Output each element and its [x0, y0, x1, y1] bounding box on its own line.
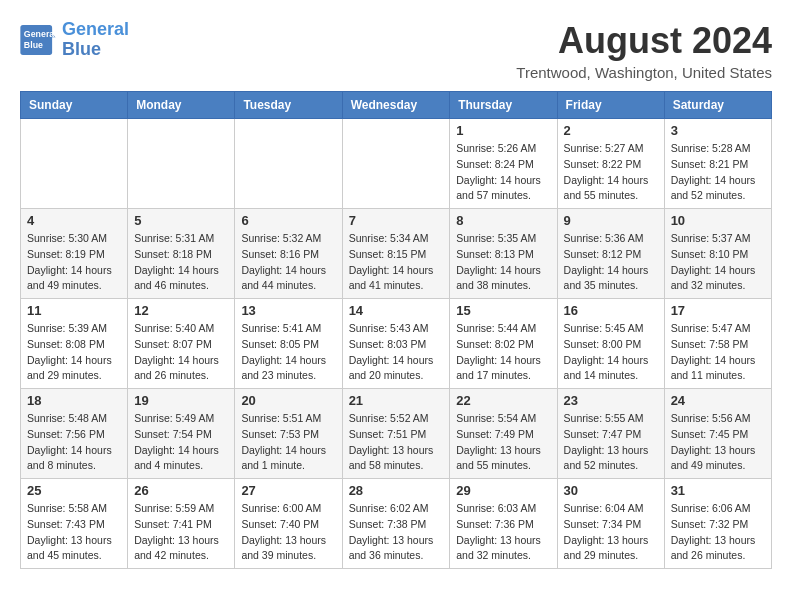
day-info: Sunrise: 6:06 AM Sunset: 7:32 PM Dayligh… — [671, 501, 765, 564]
calendar-cell: 29Sunrise: 6:03 AM Sunset: 7:36 PM Dayli… — [450, 479, 557, 569]
day-number: 11 — [27, 303, 121, 318]
day-info: Sunrise: 5:56 AM Sunset: 7:45 PM Dayligh… — [671, 411, 765, 474]
header-row: SundayMondayTuesdayWednesdayThursdayFrid… — [21, 92, 772, 119]
calendar-week-row: 1Sunrise: 5:26 AM Sunset: 8:24 PM Daylig… — [21, 119, 772, 209]
calendar-cell: 5Sunrise: 5:31 AM Sunset: 8:18 PM Daylig… — [128, 209, 235, 299]
calendar-cell: 28Sunrise: 6:02 AM Sunset: 7:38 PM Dayli… — [342, 479, 450, 569]
calendar-body: 1Sunrise: 5:26 AM Sunset: 8:24 PM Daylig… — [21, 119, 772, 569]
calendar-cell: 22Sunrise: 5:54 AM Sunset: 7:49 PM Dayli… — [450, 389, 557, 479]
day-number: 15 — [456, 303, 550, 318]
calendar-cell: 1Sunrise: 5:26 AM Sunset: 8:24 PM Daylig… — [450, 119, 557, 209]
calendar-cell: 11Sunrise: 5:39 AM Sunset: 8:08 PM Dayli… — [21, 299, 128, 389]
day-info: Sunrise: 5:52 AM Sunset: 7:51 PM Dayligh… — [349, 411, 444, 474]
calendar-cell: 21Sunrise: 5:52 AM Sunset: 7:51 PM Dayli… — [342, 389, 450, 479]
day-number: 20 — [241, 393, 335, 408]
svg-text:General: General — [24, 29, 56, 39]
header-day: Tuesday — [235, 92, 342, 119]
calendar-cell: 23Sunrise: 5:55 AM Sunset: 7:47 PM Dayli… — [557, 389, 664, 479]
calendar-cell: 14Sunrise: 5:43 AM Sunset: 8:03 PM Dayli… — [342, 299, 450, 389]
logo-text: GeneralBlue — [62, 20, 129, 60]
day-info: Sunrise: 6:03 AM Sunset: 7:36 PM Dayligh… — [456, 501, 550, 564]
calendar-cell: 2Sunrise: 5:27 AM Sunset: 8:22 PM Daylig… — [557, 119, 664, 209]
day-number: 18 — [27, 393, 121, 408]
day-number: 3 — [671, 123, 765, 138]
calendar-cell: 6Sunrise: 5:32 AM Sunset: 8:16 PM Daylig… — [235, 209, 342, 299]
day-info: Sunrise: 5:45 AM Sunset: 8:00 PM Dayligh… — [564, 321, 658, 384]
title-block: August 2024 Trentwood, Washington, Unite… — [516, 20, 772, 81]
day-number: 22 — [456, 393, 550, 408]
header-day: Friday — [557, 92, 664, 119]
day-info: Sunrise: 5:34 AM Sunset: 8:15 PM Dayligh… — [349, 231, 444, 294]
day-info: Sunrise: 5:37 AM Sunset: 8:10 PM Dayligh… — [671, 231, 765, 294]
header-day: Thursday — [450, 92, 557, 119]
calendar-cell: 25Sunrise: 5:58 AM Sunset: 7:43 PM Dayli… — [21, 479, 128, 569]
calendar-week-row: 4Sunrise: 5:30 AM Sunset: 8:19 PM Daylig… — [21, 209, 772, 299]
header-day: Saturday — [664, 92, 771, 119]
calendar-cell — [342, 119, 450, 209]
day-number: 5 — [134, 213, 228, 228]
day-number: 23 — [564, 393, 658, 408]
day-info: Sunrise: 5:49 AM Sunset: 7:54 PM Dayligh… — [134, 411, 228, 474]
calendar-cell: 17Sunrise: 5:47 AM Sunset: 7:58 PM Dayli… — [664, 299, 771, 389]
calendar-cell: 13Sunrise: 5:41 AM Sunset: 8:05 PM Dayli… — [235, 299, 342, 389]
day-number: 7 — [349, 213, 444, 228]
calendar-cell — [21, 119, 128, 209]
day-info: Sunrise: 5:40 AM Sunset: 8:07 PM Dayligh… — [134, 321, 228, 384]
day-info: Sunrise: 5:41 AM Sunset: 8:05 PM Dayligh… — [241, 321, 335, 384]
logo: General Blue GeneralBlue — [20, 20, 129, 60]
calendar-week-row: 18Sunrise: 5:48 AM Sunset: 7:56 PM Dayli… — [21, 389, 772, 479]
day-info: Sunrise: 6:02 AM Sunset: 7:38 PM Dayligh… — [349, 501, 444, 564]
day-info: Sunrise: 5:27 AM Sunset: 8:22 PM Dayligh… — [564, 141, 658, 204]
day-number: 13 — [241, 303, 335, 318]
calendar-cell: 26Sunrise: 5:59 AM Sunset: 7:41 PM Dayli… — [128, 479, 235, 569]
day-info: Sunrise: 5:55 AM Sunset: 7:47 PM Dayligh… — [564, 411, 658, 474]
calendar-cell: 31Sunrise: 6:06 AM Sunset: 7:32 PM Dayli… — [664, 479, 771, 569]
header-day: Monday — [128, 92, 235, 119]
day-number: 6 — [241, 213, 335, 228]
day-info: Sunrise: 5:31 AM Sunset: 8:18 PM Dayligh… — [134, 231, 228, 294]
calendar-header: SundayMondayTuesdayWednesdayThursdayFrid… — [21, 92, 772, 119]
day-info: Sunrise: 6:04 AM Sunset: 7:34 PM Dayligh… — [564, 501, 658, 564]
day-info: Sunrise: 5:26 AM Sunset: 8:24 PM Dayligh… — [456, 141, 550, 204]
calendar-cell: 3Sunrise: 5:28 AM Sunset: 8:21 PM Daylig… — [664, 119, 771, 209]
page-header: General Blue GeneralBlue August 2024 Tre… — [20, 20, 772, 81]
calendar-cell: 10Sunrise: 5:37 AM Sunset: 8:10 PM Dayli… — [664, 209, 771, 299]
calendar-cell: 15Sunrise: 5:44 AM Sunset: 8:02 PM Dayli… — [450, 299, 557, 389]
calendar-subtitle: Trentwood, Washington, United States — [516, 64, 772, 81]
day-number: 28 — [349, 483, 444, 498]
calendar-cell: 20Sunrise: 5:51 AM Sunset: 7:53 PM Dayli… — [235, 389, 342, 479]
header-day: Sunday — [21, 92, 128, 119]
day-number: 30 — [564, 483, 658, 498]
calendar-cell: 8Sunrise: 5:35 AM Sunset: 8:13 PM Daylig… — [450, 209, 557, 299]
day-info: Sunrise: 5:47 AM Sunset: 7:58 PM Dayligh… — [671, 321, 765, 384]
day-number: 12 — [134, 303, 228, 318]
calendar-cell — [235, 119, 342, 209]
calendar-cell: 4Sunrise: 5:30 AM Sunset: 8:19 PM Daylig… — [21, 209, 128, 299]
day-info: Sunrise: 5:35 AM Sunset: 8:13 PM Dayligh… — [456, 231, 550, 294]
day-number: 19 — [134, 393, 228, 408]
day-number: 16 — [564, 303, 658, 318]
calendar-week-row: 11Sunrise: 5:39 AM Sunset: 8:08 PM Dayli… — [21, 299, 772, 389]
day-number: 1 — [456, 123, 550, 138]
day-number: 26 — [134, 483, 228, 498]
calendar-cell: 16Sunrise: 5:45 AM Sunset: 8:00 PM Dayli… — [557, 299, 664, 389]
day-number: 29 — [456, 483, 550, 498]
day-info: Sunrise: 5:36 AM Sunset: 8:12 PM Dayligh… — [564, 231, 658, 294]
day-number: 21 — [349, 393, 444, 408]
day-number: 27 — [241, 483, 335, 498]
day-info: Sunrise: 5:28 AM Sunset: 8:21 PM Dayligh… — [671, 141, 765, 204]
calendar-cell: 27Sunrise: 6:00 AM Sunset: 7:40 PM Dayli… — [235, 479, 342, 569]
day-info: Sunrise: 5:44 AM Sunset: 8:02 PM Dayligh… — [456, 321, 550, 384]
day-number: 4 — [27, 213, 121, 228]
day-number: 9 — [564, 213, 658, 228]
day-info: Sunrise: 5:39 AM Sunset: 8:08 PM Dayligh… — [27, 321, 121, 384]
calendar-cell: 30Sunrise: 6:04 AM Sunset: 7:34 PM Dayli… — [557, 479, 664, 569]
day-info: Sunrise: 5:58 AM Sunset: 7:43 PM Dayligh… — [27, 501, 121, 564]
logo-icon: General Blue — [20, 25, 56, 55]
calendar-cell — [128, 119, 235, 209]
day-number: 10 — [671, 213, 765, 228]
day-info: Sunrise: 5:51 AM Sunset: 7:53 PM Dayligh… — [241, 411, 335, 474]
day-info: Sunrise: 5:32 AM Sunset: 8:16 PM Dayligh… — [241, 231, 335, 294]
calendar-cell: 9Sunrise: 5:36 AM Sunset: 8:12 PM Daylig… — [557, 209, 664, 299]
day-number: 2 — [564, 123, 658, 138]
